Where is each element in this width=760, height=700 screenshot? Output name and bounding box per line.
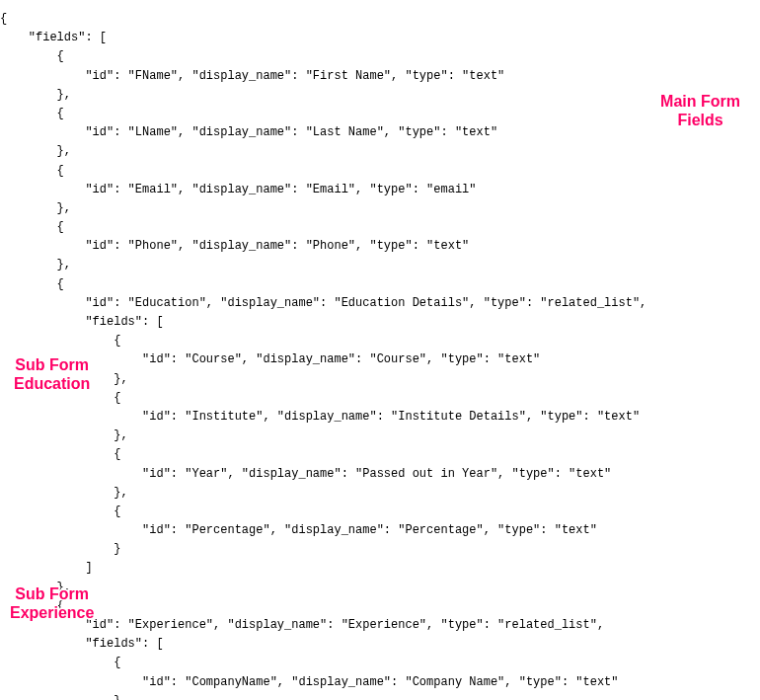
code-line: }, [0,694,128,700]
code-line: { [0,505,120,518]
code-line: "id": "LName", "display_name": "Last Nam… [0,125,497,139]
code-line: }, [0,258,71,272]
code-line: "fields": [ [0,637,164,651]
code-line: "id": "Phone", "display_name": "Phone", … [0,239,469,253]
code-line: "id": "Education", "display_name": "Educ… [0,296,646,310]
code-line: "id": "Year", "display_name": "Passed ou… [0,467,611,481]
code-line: "id": "FName", "display_name": "First Na… [0,69,504,83]
code-line: { [0,277,64,291]
code-line: { [0,164,64,178]
code-line: { [0,447,120,461]
json-code-block: { "fields": [ { "id": "FName", "display_… [0,10,760,700]
code-line: { [0,49,64,63]
code-line: { [0,334,120,348]
code-line: }, [0,144,71,158]
code-line: { [0,107,64,120]
code-line: { [0,220,64,234]
annotation-sub-form-experience: Sub FormExperience [10,584,94,622]
code-line: "id": "Institute", "display_name": "Inst… [0,410,640,424]
annotation-sub-form-education: Sub FormEducation [14,355,90,393]
code-line: "id": "CompanyName", "display_name": "Co… [0,675,619,689]
code-line: ] [0,561,93,575]
annotation-main-form-fields: Main FormFields [660,92,740,129]
code-line: }, [0,201,71,215]
code-line: }, [0,88,71,102]
code-line: "id": "Percentage", "display_name": "Per… [0,523,597,537]
code-line: "fields": [ [0,31,107,44]
code-line: } [0,542,120,556]
code-line: { [0,656,120,669]
code-line: }, [0,428,128,442]
code-line: "fields": [ [0,315,164,329]
code-line: "id": "Email", "display_name": "Email", … [0,183,476,196]
code-line: { [0,12,7,26]
code-line: }, [0,486,128,500]
